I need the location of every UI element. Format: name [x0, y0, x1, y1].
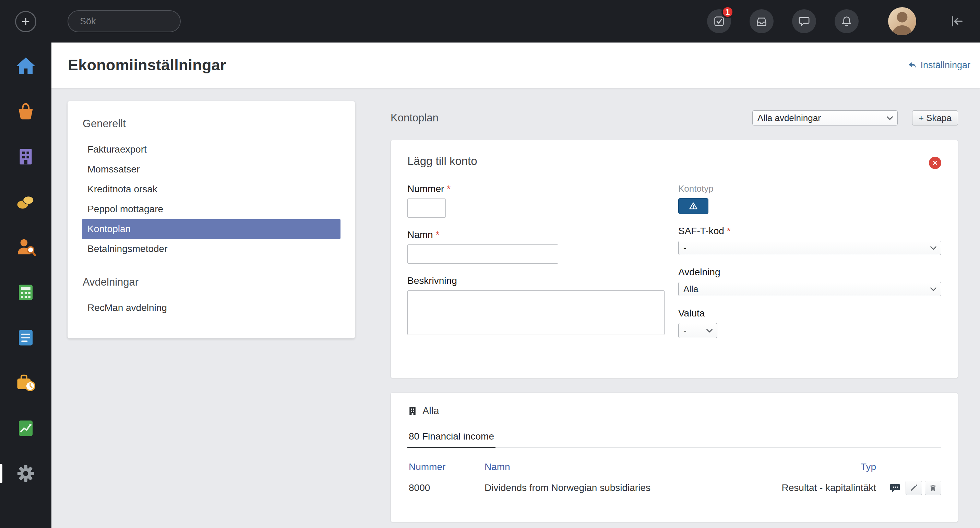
recruitment-icon	[15, 237, 37, 258]
warning-icon	[689, 201, 698, 211]
tab-80-financial-income[interactable]: 80 Financial income	[407, 431, 495, 448]
reply-icon	[907, 60, 917, 70]
accounts-table: Nummer Namn Typ 8000 Dividends from Norw…	[407, 457, 941, 499]
sidebar-item-reports[interactable]	[0, 416, 51, 441]
reports-icon	[16, 418, 36, 439]
time-icon	[15, 372, 37, 394]
saft-select[interactable]: -	[678, 241, 941, 255]
avatar[interactable]	[888, 7, 916, 35]
column-header-namn[interactable]: Namn	[485, 461, 749, 472]
menu-item-peppol-mottagare[interactable]: Peppol mottagare	[82, 199, 340, 219]
edit-button[interactable]	[905, 481, 922, 495]
column-header-nummer[interactable]: Nummer	[407, 461, 485, 472]
settings-link[interactable]: Inställningar	[907, 60, 970, 71]
topbar: 1	[0, 0, 980, 43]
kontotyp-label: Kontotyp	[678, 183, 941, 194]
edit-icon	[909, 483, 918, 492]
accounts-group-header: Alla	[407, 405, 941, 417]
avdelning-label: Avdelning	[678, 267, 941, 278]
accounts-group-label: Alla	[422, 405, 439, 417]
sidebar-item-time[interactable]	[0, 371, 51, 395]
sidebar-item-settings[interactable]	[0, 461, 51, 486]
close-button[interactable]	[929, 157, 941, 169]
sidebar-item-home[interactable]	[0, 54, 51, 78]
row-actions	[876, 480, 941, 495]
delete-icon	[929, 483, 937, 492]
page-header: Ekonomiinställningar Inställningar	[51, 43, 980, 88]
chevron-down-icon	[706, 328, 713, 333]
valuta-select[interactable]: -	[678, 323, 718, 338]
payroll-icon	[15, 191, 37, 213]
form-left-column: Nummer* Namn* Beskrivning	[407, 183, 678, 350]
active-indicator	[0, 464, 2, 483]
search-input[interactable]	[80, 16, 201, 27]
close-icon	[932, 160, 938, 166]
cell-typ: Resultat - kapitalintäkt	[749, 482, 876, 493]
collapse-sidebar-button[interactable]	[949, 14, 964, 29]
home-icon	[15, 55, 37, 77]
avdelning-select[interactable]: Alla	[678, 282, 941, 296]
avdelning-select-value: Alla	[683, 284, 698, 294]
inbox-icon	[755, 14, 768, 28]
table-row: 8000 Dividends from Norwegian subsidiari…	[407, 477, 941, 499]
sidebar	[0, 0, 51, 528]
building-icon	[407, 406, 418, 416]
notifications-button[interactable]	[835, 9, 859, 33]
create-button[interactable]: + Skapa	[912, 110, 958, 126]
nummer-input[interactable]	[407, 199, 446, 218]
sidebar-item-company[interactable]	[0, 144, 51, 169]
column-header-typ[interactable]: Typ	[749, 461, 876, 472]
beskrivning-textarea[interactable]	[407, 290, 665, 335]
kontotyp-button[interactable]	[678, 198, 708, 214]
saft-label: SAF-T-kod*	[678, 226, 941, 237]
accounting-icon	[16, 282, 36, 303]
company-icon	[16, 146, 36, 167]
required-asterisk: *	[727, 226, 731, 236]
menu-item-momssatser[interactable]: Momssatser	[82, 159, 340, 179]
menu-section-heading: Generellt	[83, 118, 340, 130]
accounts-table-header: Nummer Namn Typ	[407, 457, 941, 477]
delete-button[interactable]	[925, 481, 941, 495]
sidebar-item-accounting[interactable]	[0, 280, 51, 305]
required-asterisk: *	[436, 229, 440, 240]
add-account-form: Nummer* Namn* Beskrivning Kontotyp	[407, 183, 941, 350]
beskrivning-label: Beskrivning	[407, 275, 678, 286]
sidebar-item-sales[interactable]	[0, 99, 51, 124]
app-root: 1	[0, 0, 980, 528]
settings-menu-card: Generellt Fakturaexport Momssatser Kredi…	[68, 101, 355, 339]
add-account-title: Lägg till konto	[407, 154, 941, 168]
documents-icon	[16, 328, 36, 348]
namn-label: Namn*	[407, 229, 678, 240]
add-button[interactable]	[15, 11, 37, 32]
comment-icon	[889, 482, 901, 494]
chevron-down-icon	[930, 246, 937, 250]
sidebar-item-documents[interactable]	[0, 325, 51, 350]
chat-button[interactable]	[792, 9, 816, 33]
tasks-button[interactable]: 1	[707, 9, 731, 33]
cell-nummer: 8000	[407, 482, 485, 493]
department-select[interactable]: Alla avdelningar	[752, 110, 898, 126]
sales-icon	[15, 101, 37, 122]
sidebar-item-recruitment[interactable]	[0, 235, 51, 259]
namn-input[interactable]	[407, 245, 558, 264]
plus-icon	[21, 16, 31, 27]
menu-item-kontoplan[interactable]: Kontoplan	[82, 219, 340, 239]
avatar-silhouette-icon	[888, 7, 916, 35]
settings-gear-icon	[16, 464, 36, 483]
cell-namn: Dividends from Norwegian subsidiaries	[485, 482, 749, 493]
search-box[interactable]	[68, 10, 181, 32]
inbox-button[interactable]	[749, 9, 773, 33]
chat-icon	[797, 14, 811, 28]
sidebar-item-payroll[interactable]	[0, 189, 51, 214]
comment-button[interactable]	[887, 480, 903, 495]
collapse-icon	[949, 14, 964, 29]
settings-link-label: Inställningar	[920, 60, 970, 71]
bell-icon	[840, 14, 853, 28]
tasks-badge: 1	[721, 6, 734, 18]
valuta-label: Valuta	[678, 308, 941, 319]
menu-item-fakturaexport[interactable]: Fakturaexport	[82, 140, 340, 159]
menu-item-betalningsmetoder[interactable]: Betalningsmetoder	[82, 239, 340, 259]
topbar-actions: 1	[689, 7, 980, 35]
menu-item-recman-avdelning[interactable]: RecMan avdelning	[82, 298, 340, 318]
menu-item-kreditnota-orsak[interactable]: Kreditnota orsak	[82, 179, 340, 199]
